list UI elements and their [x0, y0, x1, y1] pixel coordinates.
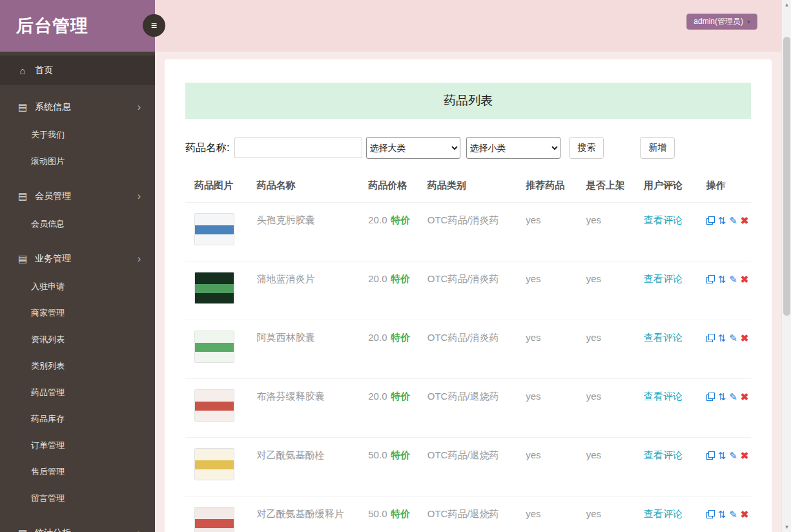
cell-recommended: yes	[517, 496, 577, 532]
sidebar-subitem[interactable]: 会员信息	[0, 210, 155, 237]
copy-icon[interactable]	[706, 392, 715, 403]
delete-icon[interactable]: ✖	[741, 215, 749, 227]
sidebar-group: ▤ 系统信息 › 关于我们 滚动图片	[0, 93, 155, 174]
major-category-select[interactable]: 选择大类	[366, 137, 460, 159]
sidebar-group-label: 统计分析	[35, 527, 71, 532]
main-content: 药品列表 药品名称: 选择大类 选择小类 搜索 新增 药品图片 药品名称	[155, 52, 781, 532]
view-comments-link[interactable]: 查看评论	[644, 449, 683, 460]
cell-price: 50.0特价	[359, 438, 418, 496]
edit-icon[interactable]: ✎	[729, 274, 737, 285]
sidebar-home-label: 首页	[35, 65, 53, 76]
chevron-right-icon: ›	[138, 101, 141, 113]
drug-image-stripe	[195, 343, 234, 352]
copy-icon[interactable]	[706, 274, 715, 285]
sidebar-group-header[interactable]: ▤ 会员管理 ›	[0, 182, 155, 210]
sidebar-group-label: 业务管理	[35, 253, 71, 265]
menu-book-icon: ▤	[17, 190, 28, 202]
arrows-updown-icon[interactable]: ⇅	[718, 215, 726, 227]
delete-icon[interactable]: ✖	[741, 509, 749, 520]
col-header-category: 药品类别	[418, 172, 517, 203]
copy-icon[interactable]	[706, 216, 715, 227]
sidebar-subitem[interactable]: 药品管理	[0, 379, 155, 405]
caret-down-icon: ▾	[747, 18, 750, 25]
col-header-ops: 操作	[697, 172, 751, 203]
edit-icon[interactable]: ✎	[729, 391, 737, 403]
cell-recommended: yes	[517, 438, 577, 496]
scrollbar-thumb[interactable]	[783, 37, 790, 316]
sidebar: ⌂ 首页 ▤ 系统信息 › 关于我们 滚动图片 ▤ 会员管理 › 会员信息 ▤ …	[0, 52, 155, 532]
price-tag: 特价	[391, 273, 410, 284]
arrows-updown-icon[interactable]: ⇅	[718, 391, 726, 403]
cell-recommended: yes	[517, 261, 577, 320]
view-comments-link[interactable]: 查看评论	[644, 508, 683, 519]
minor-category-select[interactable]: 选择小类	[466, 137, 560, 159]
sidebar-subitem[interactable]: 商家管理	[0, 300, 155, 326]
sidebar-group-header[interactable]: ▤ 系统信息 ›	[0, 93, 155, 121]
edit-icon[interactable]: ✎	[729, 509, 737, 520]
view-comments-link[interactable]: 查看评论	[644, 214, 683, 225]
sidebar-subitem[interactable]: 资讯列表	[0, 326, 155, 353]
col-header-price: 药品价格	[359, 172, 418, 203]
sidebar-subitem[interactable]: 类别列表	[0, 353, 155, 379]
sidebar-item-home[interactable]: ⌂ 首页	[0, 56, 155, 85]
sidebar-subitem[interactable]: 滚动图片	[0, 148, 155, 174]
price-tag: 特价	[391, 391, 410, 402]
table-row: 布洛芬缓释胶囊 20.0特价 OTC药品/退烧药 yes yes 查看评论 ⇅✎…	[185, 379, 751, 438]
edit-icon[interactable]: ✎	[729, 215, 737, 227]
sidebar-subitem[interactable]: 售后管理	[0, 458, 155, 485]
view-comments-link[interactable]: 查看评论	[644, 332, 683, 343]
sidebar-subitem[interactable]: 入驻申请	[0, 273, 155, 300]
edit-icon[interactable]: ✎	[729, 450, 737, 462]
cell-image	[185, 438, 248, 496]
arrows-updown-icon[interactable]: ⇅	[718, 274, 726, 285]
col-header-comments: 用户评论	[635, 172, 697, 203]
drug-list-card: 药品列表 药品名称: 选择大类 选择小类 搜索 新增 药品图片 药品名称	[165, 59, 772, 532]
cell-name: 蒲地蓝消炎片	[248, 261, 360, 320]
price-tag: 特价	[391, 214, 410, 225]
sidebar-toggle-button[interactable]: ≡	[143, 14, 165, 37]
search-button[interactable]: 搜索	[569, 137, 604, 159]
sidebar-subitem[interactable]: 关于我们	[0, 121, 155, 148]
sidebar-group-header[interactable]: ▤ 统计分析 ›	[0, 519, 155, 532]
arrows-updown-icon[interactable]: ⇅	[718, 332, 726, 344]
sidebar-subitem[interactable]: 药品库存	[0, 405, 155, 432]
view-comments-link[interactable]: 查看评论	[644, 273, 683, 284]
delete-icon[interactable]: ✖	[741, 450, 749, 462]
delete-icon[interactable]: ✖	[741, 391, 749, 403]
cell-category: OTC药品/消炎药	[418, 261, 517, 320]
copy-icon[interactable]	[706, 451, 715, 462]
sidebar-group-header[interactable]: ▤ 业务管理 ›	[0, 245, 155, 273]
cell-name: 头孢克肟胶囊	[248, 203, 360, 261]
cell-on-shelf: yes	[577, 203, 635, 261]
user-menu-button[interactable]: admin(管理员) ▾	[686, 14, 757, 30]
scroll-down-arrow-icon[interactable]: ▼	[782, 522, 791, 532]
copy-icon[interactable]	[706, 333, 715, 344]
sidebar-subitem[interactable]: 留言管理	[0, 485, 155, 511]
cell-price: 20.0特价	[359, 379, 418, 438]
col-header-recommended: 推荐药品	[517, 172, 577, 203]
cell-comments: 查看评论	[635, 379, 697, 438]
sidebar-group-children: 关于我们 滚动图片	[0, 121, 155, 174]
delete-icon[interactable]: ✖	[741, 274, 749, 285]
edit-icon[interactable]: ✎	[729, 332, 737, 344]
drug-name-input[interactable]	[234, 138, 362, 158]
table-row: 蒲地蓝消炎片 20.0特价 OTC药品/消炎药 yes yes 查看评论 ⇅✎✖	[185, 261, 751, 320]
menu-book-icon: ▤	[17, 527, 28, 532]
table-row: 对乙酰氨基酚缓释片 50.0特价 OTC药品/退烧药 yes yes 查看评论 …	[185, 496, 751, 532]
add-button[interactable]: 新增	[640, 137, 675, 159]
drug-image-stripe	[195, 402, 234, 411]
delete-icon[interactable]: ✖	[741, 332, 749, 344]
arrows-updown-icon[interactable]: ⇅	[718, 509, 726, 520]
copy-icon[interactable]	[706, 509, 715, 520]
drug-image	[194, 448, 234, 480]
menu-book-icon: ▤	[17, 253, 28, 265]
arrows-updown-icon[interactable]: ⇅	[718, 450, 726, 462]
view-comments-link[interactable]: 查看评论	[644, 391, 683, 402]
chevron-right-icon: ›	[138, 527, 141, 532]
cell-price: 20.0特价	[359, 261, 418, 320]
cell-category: OTC药品/退烧药	[418, 438, 517, 496]
cell-category: OTC药品/消炎药	[418, 203, 517, 261]
vertical-scrollbar[interactable]: ▲ ▼	[781, 0, 791, 532]
scroll-up-arrow-icon[interactable]: ▲	[782, 0, 791, 10]
sidebar-subitem[interactable]: 订单管理	[0, 432, 155, 458]
